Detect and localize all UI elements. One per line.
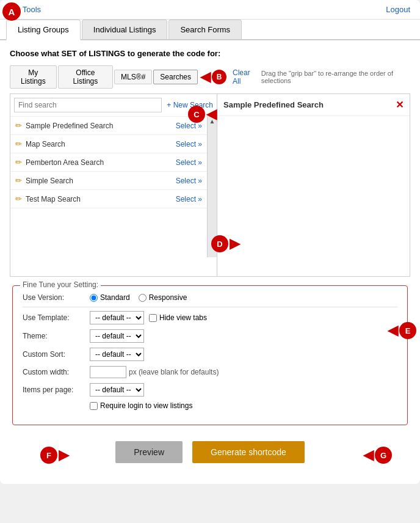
custom-width-label: Custom width: [23, 368, 90, 376]
annotation-e: E [399, 322, 416, 339]
preview-panel-header: Sample Predefined Search ✕ [217, 94, 410, 116]
item-left: ✏ Map Search [15, 139, 65, 148]
pencil-icon: ✏ [15, 121, 22, 130]
clear-all-link[interactable]: Clear All [233, 68, 258, 86]
standard-radio[interactable] [90, 294, 98, 302]
item-left: ✏ Simple Search [15, 176, 73, 185]
filter-my-listings[interactable]: My Listings [10, 65, 57, 89]
custom-width-row: Custom width: px (leave blank for defaul… [23, 366, 397, 378]
theme-row: Theme: -- default -- [23, 329, 397, 343]
item-left: ✏ Test Map Search [15, 194, 81, 203]
annotation-g: G [375, 447, 392, 464]
preview-panel-title: Sample Predefined Search [223, 100, 324, 109]
hide-view-tabs-text: Hide view tabs [159, 313, 207, 322]
filter-mls[interactable]: MLS®# [114, 70, 152, 84]
list-item: ✏ Map Search Select » [10, 135, 207, 153]
right-panel-area: C ◀ Sample Predefined Search ✕ D ▶ [217, 93, 410, 277]
custom-width-input[interactable] [90, 366, 126, 378]
select-link[interactable]: Select » [176, 195, 202, 203]
annotation-c-area: C ◀ [188, 106, 217, 123]
filter-searches[interactable]: Searches [153, 70, 198, 84]
arrow-f-icon: ▶ [59, 447, 69, 463]
require-login-checkbox[interactable] [90, 402, 98, 410]
arrow-g-icon: ◀ [363, 447, 374, 463]
preview-button[interactable]: Preview [115, 441, 183, 463]
search-list-scroll-area: ✏ Sample Predefined Search Select » ✏ Ma… [10, 117, 217, 257]
search-input-row: + New Search [10, 94, 217, 117]
hide-view-tabs-label[interactable]: Hide view tabs [149, 313, 207, 322]
annotation-d: D [211, 235, 228, 252]
search-items-container: ✏ Sample Predefined Search Select » ✏ Ma… [10, 117, 207, 257]
hide-view-tabs-checkbox[interactable] [149, 314, 157, 322]
item-left: ✏ Pemberton Area Search [15, 158, 104, 167]
item-name: Map Search [26, 140, 65, 148]
item-name: Simple Search [26, 177, 73, 185]
pencil-icon: ✏ [15, 194, 22, 203]
require-login-row: Require login to view listings [23, 401, 397, 410]
responsive-radio[interactable] [139, 294, 147, 302]
standard-radio-label[interactable]: Standard [90, 293, 130, 302]
page-container: A ing Tools Logout Listing Groups Indivi… [0, 0, 420, 484]
top-bar: A ing Tools Logout [0, 0, 420, 20]
responsive-radio-label[interactable]: Responsive [139, 293, 187, 302]
custom-sort-select[interactable]: -- default -- [90, 348, 144, 361]
arrow-b-icon: ◀ [200, 69, 211, 85]
preview-content-area [217, 116, 410, 238]
fine-tune-legend: Fine Tune your Setting: [20, 280, 101, 289]
item-name: Test Map Search [26, 195, 81, 203]
tab-listing-groups[interactable]: Listing Groups [6, 20, 81, 40]
list-item: ✏ Test Map Search Select » [10, 190, 207, 208]
select-link[interactable]: Select » [176, 177, 202, 185]
divider-1 [23, 307, 397, 307]
empty-space [10, 208, 207, 257]
custom-sort-label: Custom Sort: [23, 350, 90, 359]
filter-row: My Listings Office Listings MLS®# Search… [10, 65, 410, 89]
filter-office-listings[interactable]: Office Listings [58, 65, 113, 89]
template-select[interactable]: -- default -- [90, 311, 144, 324]
search-panel-row: + New Search ✏ Sample Predefined Search … [10, 93, 410, 277]
standard-label: Standard [100, 293, 130, 302]
annotation-a: A [2, 2, 21, 21]
item-left: ✏ Sample Predefined Search [15, 121, 113, 130]
custom-width-hint: px (leave blank for defaults) [129, 368, 219, 376]
fine-tune-wrapper: ◀ E Fine Tune your Setting: Use Version:… [10, 285, 410, 425]
search-input[interactable] [14, 98, 162, 112]
use-version-row: Use Version: Standard Responsive [23, 293, 397, 302]
generate-shortcode-button[interactable]: Generate shortcode [192, 441, 305, 463]
use-version-label: Use Version: [23, 293, 90, 302]
close-button[interactable]: ✕ [396, 99, 404, 111]
theme-select[interactable]: -- default -- [90, 329, 144, 343]
annotation-b: B [212, 70, 226, 84]
tab-individual-listings[interactable]: Individual Listings [82, 20, 168, 39]
pencil-icon: ✏ [15, 139, 22, 148]
select-link[interactable]: Select » [176, 158, 202, 167]
item-name: Pemberton Area Search [26, 158, 104, 167]
items-per-page-label: Items per page: [23, 386, 90, 394]
annotation-d-area: D ▶ [211, 235, 240, 252]
main-content: Choose what SET of LISTINGS to generate … [0, 40, 420, 484]
use-template-label: Use Template: [23, 313, 90, 322]
annotation-f-area: F ▶ [40, 447, 69, 464]
use-template-row: Use Template: -- default -- Hide view ta… [23, 311, 397, 324]
items-per-page-row: Items per page: -- default -- [23, 383, 397, 397]
arrow-c-icon: ◀ [206, 106, 217, 122]
require-login-label[interactable]: Require login to view listings [90, 401, 192, 410]
tab-search-forms[interactable]: Search Forms [168, 20, 242, 39]
bottom-buttons: F ▶ Preview Generate shortcode ◀ G [10, 435, 410, 475]
list-item: ✏ Simple Search Select » [10, 172, 207, 190]
require-login-text: Require login to view listings [100, 401, 192, 410]
search-list-panel: + New Search ✏ Sample Predefined Search … [10, 93, 217, 277]
logout-link[interactable]: Logout [386, 5, 410, 14]
theme-label: Theme: [23, 332, 90, 340]
drag-hint: Drag the "grip bar" to re-arrange the or… [261, 70, 410, 84]
annotation-g-area: ◀ G [363, 447, 392, 464]
annotation-e-area: ◀ E [388, 322, 416, 339]
custom-sort-row: Custom Sort: -- default -- [23, 348, 397, 361]
arrow-d-icon: ▶ [230, 236, 240, 252]
pencil-icon: ✏ [15, 176, 22, 185]
annotation-c: C [188, 106, 205, 123]
select-link[interactable]: Select » [176, 140, 202, 148]
item-name: Sample Predefined Search [26, 122, 113, 130]
items-per-page-select[interactable]: -- default -- [90, 383, 144, 397]
list-item: ✏ Sample Predefined Search Select » [10, 117, 207, 135]
